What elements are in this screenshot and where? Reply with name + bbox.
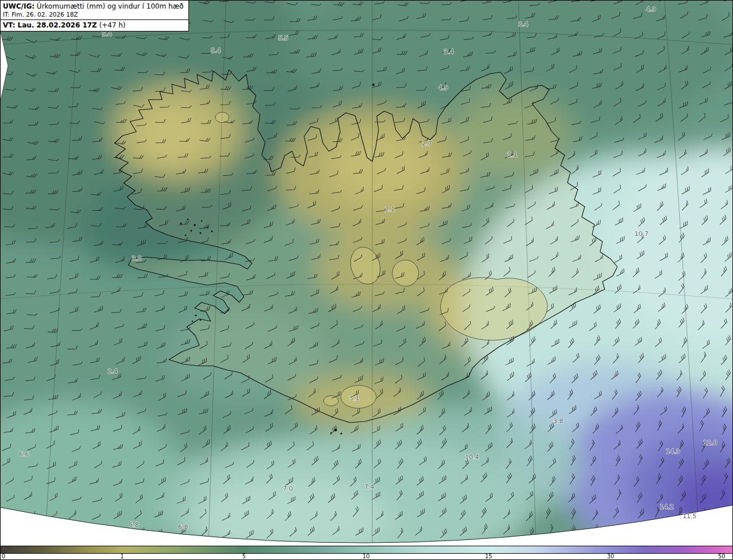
precip-value-label: 2.1	[507, 151, 518, 159]
weather-map: 4.93.45.45.55.43.44.92.72.12.13.810.72.4…	[0, 0, 733, 546]
precip-value-label: 11.5	[683, 512, 697, 520]
valid-time: VT: Lau. 28.02.2026 17Z (+47 h)	[1, 19, 188, 31]
precip-value-label: 3.8	[553, 417, 563, 425]
colorbar-ticks: 01510153050	[0, 554, 733, 560]
colorbar-tick-label: 10	[362, 553, 370, 559]
precip-value-label: 4.9	[646, 6, 656, 13]
valid-time-offset: (+47 h)	[97, 21, 125, 29]
map-title-text: Úrkomumætti (mm) og vindur í 100m hæð	[34, 2, 183, 10]
colorbar: 01510153050	[0, 546, 733, 560]
precip-value-label: 3.8	[132, 255, 142, 262]
precip-value-label: 7.4	[364, 483, 375, 491]
precip-value-label: 2.1	[385, 206, 395, 213]
precip-value-label: 12.0	[703, 439, 718, 447]
precip-value-label: 6.6	[19, 451, 29, 458]
colorbar-gradient	[0, 546, 733, 554]
colorbar-tick-label: 15	[485, 553, 492, 559]
colorbar-tick-label: 1	[120, 553, 124, 559]
precip-value-label: 4.9	[438, 84, 448, 92]
colorbar-tick-label: 0	[2, 553, 5, 559]
precip-value-label: 14.3	[666, 448, 680, 455]
init-time: IT: Fim. 26. 02. 2026 18Z	[1, 10, 188, 19]
precip-value-label: 10.4	[465, 453, 479, 461]
colorbar-tick-label: 5	[242, 553, 246, 559]
title-box: UWC/IG: Úrkomumætti (mm) og vindur í 100…	[0, 0, 189, 31]
valid-time-main: VT: Lau. 28.02.2026 17Z	[3, 21, 97, 29]
colorbar-tick-label: 50	[718, 553, 726, 559]
precip-value-label: 3.1	[349, 395, 360, 402]
precip-value-label: 14.2	[660, 503, 674, 511]
precip-value-label: 3.4	[518, 21, 529, 28]
precip-value-label: 3.4	[444, 48, 454, 56]
precip-value-label: 10.7	[635, 230, 649, 238]
map-title: UWC/IG: Úrkomumætti (mm) og vindur í 100…	[1, 1, 188, 10]
precip-value-label: 6.8	[129, 521, 139, 529]
precip-value-label: 2.7	[422, 140, 432, 147]
precip-value-label: 2.4	[108, 368, 118, 375]
precip-value-label: 5.5	[278, 34, 289, 42]
precip-value-label: 5.4	[211, 47, 221, 54]
precip-value-label: 6.8	[178, 523, 188, 531]
model-label: UWC/IG:	[3, 2, 34, 10]
colorbar-tick-label: 30	[607, 553, 614, 559]
precip-value-label: 7.0	[283, 485, 293, 492]
